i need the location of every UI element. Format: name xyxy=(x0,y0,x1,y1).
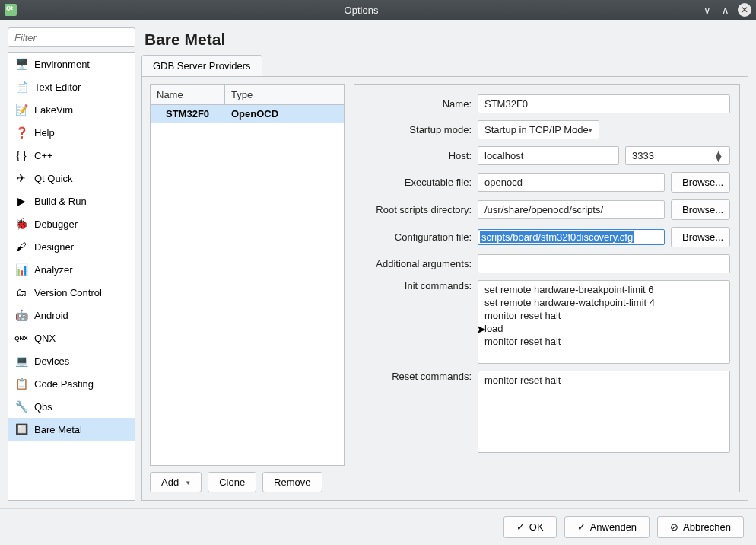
close-icon[interactable]: ✕ xyxy=(738,3,751,17)
check-icon: ✓ xyxy=(516,521,525,533)
sidebar-item-label: Version Control xyxy=(34,287,102,298)
name-input[interactable] xyxy=(478,94,730,113)
label-config-file: Configuration file: xyxy=(357,231,472,243)
table-row[interactable]: STM32F0 OpenOCD xyxy=(151,105,344,123)
ok-button[interactable]: ✓OK xyxy=(503,516,557,538)
chip-icon: 🔲 xyxy=(14,422,28,436)
tab-gdb-providers[interactable]: GDB Server Providers xyxy=(141,55,262,76)
button-label: Anwenden xyxy=(590,521,637,533)
maximize-icon[interactable]: ∧ xyxy=(719,4,732,16)
sidebar-item-label: FakeVim xyxy=(34,104,73,116)
sidebar-item-cpp[interactable]: { }C++ xyxy=(8,144,135,167)
port-value: 3333 xyxy=(632,150,654,161)
config-file-value: scripts/board/stm32f0discovery.cfg xyxy=(480,231,634,243)
apply-button[interactable]: ✓Anwenden xyxy=(564,516,650,538)
sidebar-item-devices[interactable]: 💻Devices xyxy=(8,349,135,372)
sidebar-item-help[interactable]: ❓Help xyxy=(8,121,135,144)
chevron-down-icon: ▾ xyxy=(589,126,592,134)
table-cell-name: STM32F0 xyxy=(151,105,225,123)
host-input[interactable] xyxy=(478,146,619,165)
startup-mode-select[interactable]: Startup in TCP/IP Mode ▾ xyxy=(478,120,599,139)
sidebar-item-android[interactable]: 🤖Android xyxy=(8,304,135,327)
port-stepper[interactable]: 3333 ▲▼ xyxy=(625,146,730,165)
sidebar-item-fakevim[interactable]: 📝FakeVim xyxy=(8,98,135,121)
android-icon: 🤖 xyxy=(14,308,28,322)
braces-icon: { } xyxy=(14,148,28,162)
providers-table: Name Type STM32F0 OpenOCD xyxy=(150,84,345,466)
label-reset-commands: Reset commands: xyxy=(357,371,472,382)
sidebar-item-qbs[interactable]: 🔧Qbs xyxy=(8,395,135,418)
folder-icon: 🗂 xyxy=(14,285,28,299)
sidebar-item-label: Designer xyxy=(34,241,74,253)
add-button[interactable]: Add▾ xyxy=(150,472,202,492)
sidebar-item-label: Bare Metal xyxy=(34,424,82,435)
chart-icon: 📊 xyxy=(14,263,28,276)
sidebar-item-analyzer[interactable]: 📊Analyzer xyxy=(8,258,135,281)
sidebar-item-label: Analyzer xyxy=(34,264,73,276)
sidebar-item-text-editor[interactable]: 📄Text Editor xyxy=(8,75,135,98)
sidebar-item-codepasting[interactable]: 📋Code Pasting xyxy=(8,372,135,395)
sidebar-item-label: Build & Run xyxy=(34,196,87,207)
button-label: Abbrechen xyxy=(683,521,731,533)
sidebar-item-qtquick[interactable]: ✈Qt Quick xyxy=(8,167,135,190)
app-icon xyxy=(5,4,17,16)
config-file-input[interactable]: scripts/board/stm32f0discovery.cfg xyxy=(478,229,665,245)
label-host: Host: xyxy=(357,150,472,161)
plane-icon: ✈ xyxy=(14,171,28,185)
qnx-icon: QNX xyxy=(14,331,28,345)
monitor-icon: 🖥️ xyxy=(14,57,28,71)
label-name: Name: xyxy=(357,98,472,110)
sidebar-item-label: C++ xyxy=(34,150,53,161)
init-commands-textarea[interactable]: set remote hardware-breakpoint-limit 6 s… xyxy=(478,280,730,364)
sidebar-item-designer[interactable]: 🖌Designer xyxy=(8,235,135,258)
sidebar-item-vcs[interactable]: 🗂Version Control xyxy=(8,281,135,304)
table-header-type[interactable]: Type xyxy=(225,85,344,104)
browse-root-button[interactable]: Browse... xyxy=(671,199,730,220)
sidebar-item-debugger[interactable]: 🐞Debugger xyxy=(8,212,135,235)
select-value: Startup in TCP/IP Mode xyxy=(484,124,589,135)
label-startup-mode: Startup mode: xyxy=(357,124,472,135)
wrench-icon: 🔧 xyxy=(14,400,28,413)
browse-config-button[interactable]: Browse... xyxy=(671,227,730,247)
sidebar-item-label: Help xyxy=(34,127,55,139)
cancel-icon: ⊘ xyxy=(670,521,678,533)
sidebar-item-label: Code Pasting xyxy=(34,378,94,390)
play-icon: ▶ xyxy=(14,194,28,208)
window-title: Options xyxy=(21,5,701,16)
table-cell-type: OpenOCD xyxy=(225,105,284,123)
sidebar-item-buildrun[interactable]: ▶Build & Run xyxy=(8,190,135,212)
sidebar-item-label: Qbs xyxy=(34,401,52,413)
filter-input[interactable] xyxy=(8,27,135,47)
minimize-icon[interactable]: ∨ xyxy=(701,4,713,16)
check-icon: ✓ xyxy=(577,521,586,533)
button-label: Add xyxy=(161,476,179,488)
executable-input[interactable] xyxy=(478,173,665,192)
root-scripts-input[interactable] xyxy=(478,200,665,219)
sidebar-item-label: QNX xyxy=(34,333,56,344)
stepper-arrows-icon: ▲▼ xyxy=(713,151,723,161)
tab-bar: GDB Server Providers xyxy=(141,55,748,77)
cancel-button[interactable]: ⊘Abbrechen xyxy=(657,516,744,538)
sidebar-item-label: Devices xyxy=(34,355,69,367)
sidebar: 🖥️Environment 📄Text Editor 📝FakeVim ❓Hel… xyxy=(8,27,135,501)
browse-executable-button[interactable]: Browse... xyxy=(671,172,730,193)
additional-args-input[interactable] xyxy=(478,254,730,273)
bug-icon: 🐞 xyxy=(14,217,28,231)
page-title: Bare Metal xyxy=(145,30,748,49)
reset-commands-textarea[interactable]: monitor reset halt xyxy=(478,371,730,453)
paste-icon: 📋 xyxy=(14,377,28,390)
title-bar: Options ∨ ∧ ✕ xyxy=(0,0,756,20)
label-init-commands: Init commands: xyxy=(357,280,472,292)
label-additional-args: Additional arguments: xyxy=(357,258,472,269)
remove-button[interactable]: Remove xyxy=(262,472,322,492)
sidebar-item-qnx[interactable]: QNXQNX xyxy=(8,327,135,349)
sidebar-item-environment[interactable]: 🖥️Environment xyxy=(8,53,135,75)
clone-button[interactable]: Clone xyxy=(208,472,256,492)
button-label: OK xyxy=(529,521,544,533)
sidebar-item-label: Debugger xyxy=(34,218,78,230)
provider-form: Name: Startup mode: Startup in TCP/IP Mo… xyxy=(354,84,740,492)
label-root-scripts: Root scripts directory: xyxy=(357,204,472,215)
sidebar-item-baremetal[interactable]: 🔲Bare Metal xyxy=(8,418,135,441)
dialog-button-bar: ✓OK ✓Anwenden ⊘Abbrechen xyxy=(0,508,756,545)
table-header-name[interactable]: Name xyxy=(151,85,225,104)
